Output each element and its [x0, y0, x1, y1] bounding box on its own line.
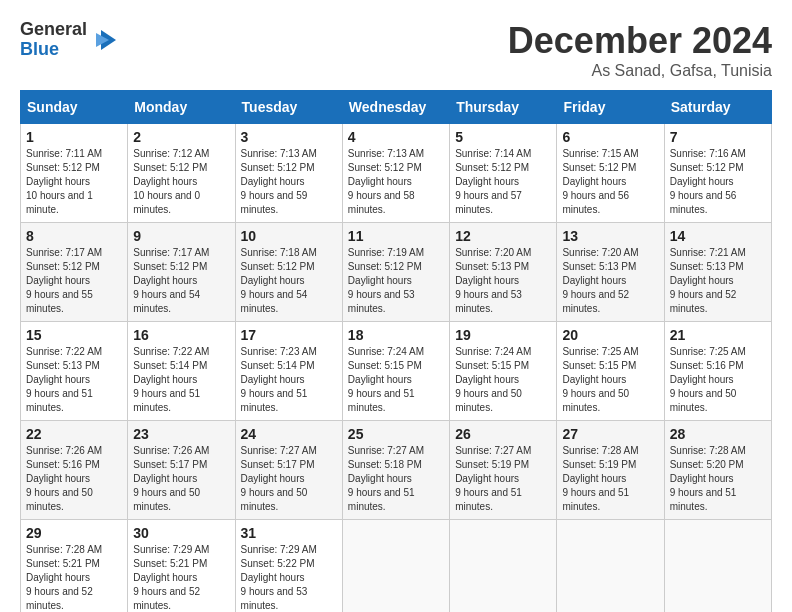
calendar-week-row: 8 Sunrise: 7:17 AMSunset: 5:12 PMDayligh… [21, 223, 772, 322]
day-number: 24 [241, 426, 337, 442]
calendar-cell: 31 Sunrise: 7:29 AMSunset: 5:22 PMDaylig… [235, 520, 342, 613]
day-number: 8 [26, 228, 122, 244]
calendar-cell: 5 Sunrise: 7:14 AMSunset: 5:12 PMDayligh… [450, 124, 557, 223]
day-number: 22 [26, 426, 122, 442]
day-number: 12 [455, 228, 551, 244]
calendar-cell: 14 Sunrise: 7:21 AMSunset: 5:13 PMDaylig… [664, 223, 771, 322]
day-detail: Sunrise: 7:27 AMSunset: 5:18 PMDaylight … [348, 445, 424, 512]
day-number: 21 [670, 327, 766, 343]
calendar-cell: 3 Sunrise: 7:13 AMSunset: 5:12 PMDayligh… [235, 124, 342, 223]
day-detail: Sunrise: 7:28 AMSunset: 5:20 PMDaylight … [670, 445, 746, 512]
calendar-cell: 27 Sunrise: 7:28 AMSunset: 5:19 PMDaylig… [557, 421, 664, 520]
day-detail: Sunrise: 7:16 AMSunset: 5:12 PMDaylight … [670, 148, 746, 215]
calendar-cell: 28 Sunrise: 7:28 AMSunset: 5:20 PMDaylig… [664, 421, 771, 520]
day-detail: Sunrise: 7:29 AMSunset: 5:22 PMDaylight … [241, 544, 317, 611]
calendar-cell [664, 520, 771, 613]
day-detail: Sunrise: 7:24 AMSunset: 5:15 PMDaylight … [348, 346, 424, 413]
day-number: 10 [241, 228, 337, 244]
calendar-cell: 17 Sunrise: 7:23 AMSunset: 5:14 PMDaylig… [235, 322, 342, 421]
calendar-cell: 26 Sunrise: 7:27 AMSunset: 5:19 PMDaylig… [450, 421, 557, 520]
day-detail: Sunrise: 7:17 AMSunset: 5:12 PMDaylight … [133, 247, 209, 314]
calendar-cell: 20 Sunrise: 7:25 AMSunset: 5:15 PMDaylig… [557, 322, 664, 421]
calendar-week-row: 22 Sunrise: 7:26 AMSunset: 5:16 PMDaylig… [21, 421, 772, 520]
logo: General Blue [20, 20, 121, 60]
day-detail: Sunrise: 7:28 AMSunset: 5:19 PMDaylight … [562, 445, 638, 512]
day-number: 26 [455, 426, 551, 442]
calendar-cell: 10 Sunrise: 7:18 AMSunset: 5:12 PMDaylig… [235, 223, 342, 322]
month-title: December 2024 [508, 20, 772, 62]
calendar-cell: 25 Sunrise: 7:27 AMSunset: 5:18 PMDaylig… [342, 421, 449, 520]
logo-general-text: General [20, 20, 87, 40]
calendar-cell: 11 Sunrise: 7:19 AMSunset: 5:12 PMDaylig… [342, 223, 449, 322]
weekday-header-thursday: Thursday [450, 91, 557, 124]
day-detail: Sunrise: 7:12 AMSunset: 5:12 PMDaylight … [133, 148, 209, 215]
logo-blue-text: Blue [20, 40, 87, 60]
day-number: 28 [670, 426, 766, 442]
day-number: 18 [348, 327, 444, 343]
calendar-cell: 4 Sunrise: 7:13 AMSunset: 5:12 PMDayligh… [342, 124, 449, 223]
day-number: 5 [455, 129, 551, 145]
location-title: As Sanad, Gafsa, Tunisia [508, 62, 772, 80]
day-detail: Sunrise: 7:20 AMSunset: 5:13 PMDaylight … [562, 247, 638, 314]
day-number: 23 [133, 426, 229, 442]
day-detail: Sunrise: 7:22 AMSunset: 5:14 PMDaylight … [133, 346, 209, 413]
day-detail: Sunrise: 7:25 AMSunset: 5:15 PMDaylight … [562, 346, 638, 413]
calendar-cell: 6 Sunrise: 7:15 AMSunset: 5:12 PMDayligh… [557, 124, 664, 223]
day-number: 6 [562, 129, 658, 145]
calendar-cell [450, 520, 557, 613]
day-detail: Sunrise: 7:19 AMSunset: 5:12 PMDaylight … [348, 247, 424, 314]
weekday-header-friday: Friday [557, 91, 664, 124]
calendar-cell: 29 Sunrise: 7:28 AMSunset: 5:21 PMDaylig… [21, 520, 128, 613]
day-detail: Sunrise: 7:13 AMSunset: 5:12 PMDaylight … [241, 148, 317, 215]
day-detail: Sunrise: 7:24 AMSunset: 5:15 PMDaylight … [455, 346, 531, 413]
day-detail: Sunrise: 7:28 AMSunset: 5:21 PMDaylight … [26, 544, 102, 611]
day-number: 2 [133, 129, 229, 145]
day-number: 3 [241, 129, 337, 145]
day-detail: Sunrise: 7:26 AMSunset: 5:16 PMDaylight … [26, 445, 102, 512]
day-detail: Sunrise: 7:22 AMSunset: 5:13 PMDaylight … [26, 346, 102, 413]
day-number: 1 [26, 129, 122, 145]
calendar-cell: 16 Sunrise: 7:22 AMSunset: 5:14 PMDaylig… [128, 322, 235, 421]
day-number: 16 [133, 327, 229, 343]
calendar-cell [342, 520, 449, 613]
logo-icon [91, 25, 121, 55]
day-detail: Sunrise: 7:17 AMSunset: 5:12 PMDaylight … [26, 247, 102, 314]
day-detail: Sunrise: 7:27 AMSunset: 5:17 PMDaylight … [241, 445, 317, 512]
calendar-cell: 21 Sunrise: 7:25 AMSunset: 5:16 PMDaylig… [664, 322, 771, 421]
day-number: 30 [133, 525, 229, 541]
weekday-header-monday: Monday [128, 91, 235, 124]
calendar-table: SundayMondayTuesdayWednesdayThursdayFrid… [20, 90, 772, 612]
calendar-cell [557, 520, 664, 613]
day-detail: Sunrise: 7:11 AMSunset: 5:12 PMDaylight … [26, 148, 102, 215]
day-detail: Sunrise: 7:15 AMSunset: 5:12 PMDaylight … [562, 148, 638, 215]
day-number: 31 [241, 525, 337, 541]
calendar-cell: 1 Sunrise: 7:11 AMSunset: 5:12 PMDayligh… [21, 124, 128, 223]
weekday-header-wednesday: Wednesday [342, 91, 449, 124]
calendar-cell: 7 Sunrise: 7:16 AMSunset: 5:12 PMDayligh… [664, 124, 771, 223]
calendar-cell: 13 Sunrise: 7:20 AMSunset: 5:13 PMDaylig… [557, 223, 664, 322]
title-section: December 2024 As Sanad, Gafsa, Tunisia [508, 20, 772, 80]
day-detail: Sunrise: 7:26 AMSunset: 5:17 PMDaylight … [133, 445, 209, 512]
calendar-cell: 22 Sunrise: 7:26 AMSunset: 5:16 PMDaylig… [21, 421, 128, 520]
day-detail: Sunrise: 7:27 AMSunset: 5:19 PMDaylight … [455, 445, 531, 512]
day-detail: Sunrise: 7:23 AMSunset: 5:14 PMDaylight … [241, 346, 317, 413]
header: General Blue December 2024 As Sanad, Gaf… [20, 20, 772, 80]
day-detail: Sunrise: 7:29 AMSunset: 5:21 PMDaylight … [133, 544, 209, 611]
calendar-cell: 18 Sunrise: 7:24 AMSunset: 5:15 PMDaylig… [342, 322, 449, 421]
day-detail: Sunrise: 7:14 AMSunset: 5:12 PMDaylight … [455, 148, 531, 215]
weekday-header-sunday: Sunday [21, 91, 128, 124]
day-number: 14 [670, 228, 766, 244]
weekday-header-saturday: Saturday [664, 91, 771, 124]
calendar-cell: 8 Sunrise: 7:17 AMSunset: 5:12 PMDayligh… [21, 223, 128, 322]
day-number: 11 [348, 228, 444, 244]
day-number: 7 [670, 129, 766, 145]
day-number: 19 [455, 327, 551, 343]
day-number: 29 [26, 525, 122, 541]
day-number: 25 [348, 426, 444, 442]
day-number: 4 [348, 129, 444, 145]
day-number: 9 [133, 228, 229, 244]
calendar-cell: 24 Sunrise: 7:27 AMSunset: 5:17 PMDaylig… [235, 421, 342, 520]
day-detail: Sunrise: 7:18 AMSunset: 5:12 PMDaylight … [241, 247, 317, 314]
day-number: 13 [562, 228, 658, 244]
day-number: 17 [241, 327, 337, 343]
